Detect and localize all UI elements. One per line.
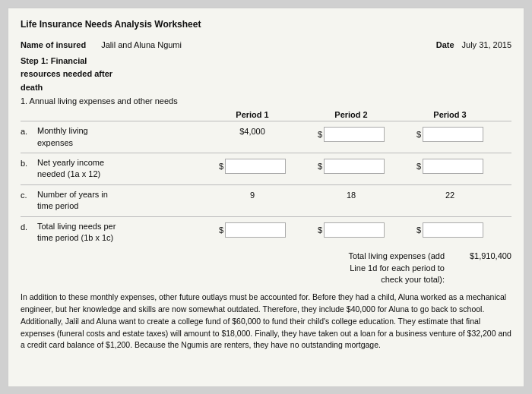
p1-prefix-d: $: [219, 225, 223, 235]
period2-cell-b: $: [302, 157, 401, 174]
period2-cell-c: 18: [302, 189, 401, 200]
periods-header: Period 1 Period 2 Period 3: [203, 110, 511, 119]
p2-prefix-d: $: [318, 225, 322, 235]
footnote: In addition to these monthly expenses, o…: [21, 292, 511, 351]
p1-input-b[interactable]: [225, 159, 286, 174]
period3-cell-c: 22: [401, 189, 499, 200]
total-label-line2: Line 1d for each period to: [283, 263, 445, 274]
total-label-line3: check your total):: [283, 274, 445, 285]
p2-prefix-a: $: [318, 130, 322, 139]
p2-value-c: 18: [347, 191, 356, 200]
total-value: $1,910,400: [451, 251, 511, 285]
row-desc-c: Number of years in time period: [37, 189, 203, 213]
p1-value-c: 9: [250, 191, 255, 200]
insured-label: Name of insured: [21, 40, 86, 49]
p3-input-d[interactable]: [423, 222, 483, 238]
p2-input-d[interactable]: [324, 222, 385, 238]
p2-input-b[interactable]: [324, 159, 385, 174]
period1-header: Period 1: [203, 110, 302, 119]
step1-heading: Step 1: Financial resources needed after…: [21, 55, 511, 93]
row-desc-b: Net yearly income needed (1a x 12): [37, 157, 203, 181]
period1-cell-b: $: [203, 157, 302, 174]
p1-prefix-b: $: [219, 162, 223, 171]
row-letter-c: c.: [21, 189, 37, 200]
total-label-line1: Total living expenses (add: [283, 251, 445, 262]
worksheet-title: Life Insurance Needs Analysis Worksheet: [21, 19, 511, 30]
date-label: Date: [436, 40, 454, 49]
row-letter-b: b.: [21, 157, 37, 168]
p2-prefix-b: $: [318, 162, 322, 171]
table-row: c. Number of years in time period 9 18 2…: [21, 184, 511, 216]
row-desc-d: Total living needs per time period (1b x…: [37, 221, 203, 244]
total-label: Total living expenses (add Line 1d for e…: [283, 251, 451, 285]
period2-cell-a: $: [302, 125, 401, 142]
row-periods-c: 9 18 22: [203, 189, 511, 200]
period1-cell-d: $: [203, 221, 302, 238]
step-heading-line2: resources needed after: [21, 68, 511, 80]
period3-cell-b: $: [401, 157, 499, 174]
period1-cell-a: $4,000: [203, 125, 302, 142]
step-heading-line3: death: [21, 82, 511, 93]
period3-header: Period 3: [401, 110, 499, 119]
period3-cell-a: $: [401, 125, 499, 142]
table-row: d. Total living needs per time period (1…: [21, 216, 511, 248]
row-periods-a: $4,000 $ $: [203, 125, 511, 142]
row-periods-d: $ $ $: [203, 221, 511, 238]
step-heading-line1: Step 1: Financial: [21, 55, 511, 67]
worksheet: Life Insurance Needs Analysis Worksheet …: [8, 8, 524, 387]
table-row: b. Net yearly income needed (1a x 12) $ …: [21, 153, 511, 184]
table-rows: a. Monthly living expenses $4,000 $: [21, 121, 511, 247]
p3-prefix-b: $: [416, 162, 421, 171]
period3-cell-d: $: [401, 221, 499, 238]
period2-cell-d: $: [302, 221, 401, 238]
table-row: a. Monthly living expenses $4,000 $: [21, 121, 511, 153]
row-letter-a: a.: [21, 125, 37, 136]
period1-cell-c: 9: [203, 189, 302, 200]
p2-input-a[interactable]: [324, 127, 385, 142]
p3-prefix-d: $: [416, 225, 421, 235]
row-letter-d: d.: [21, 221, 37, 232]
sub-heading: 1. Annual living expenses and other need…: [21, 96, 511, 106]
p3-input-b[interactable]: [423, 159, 483, 174]
row-periods-b: $ $ $: [203, 157, 511, 174]
header-row: Name of insured Jalil and Aluna Ngumi Da…: [21, 40, 511, 49]
p3-prefix-a: $: [416, 130, 421, 139]
p1-value-a: $4,000: [239, 127, 265, 136]
p3-input-a[interactable]: [423, 127, 483, 142]
row-desc-a: Monthly living expenses: [37, 125, 203, 149]
p1-input-d[interactable]: [225, 222, 286, 238]
total-row: Total living expenses (add Line 1d for e…: [21, 251, 511, 285]
period2-header: Period 2: [302, 110, 401, 119]
insured-value: Jalil and Aluna Ngumi: [101, 40, 223, 49]
p3-value-c: 22: [445, 191, 454, 200]
date-value: July 31, 2015: [462, 40, 511, 49]
